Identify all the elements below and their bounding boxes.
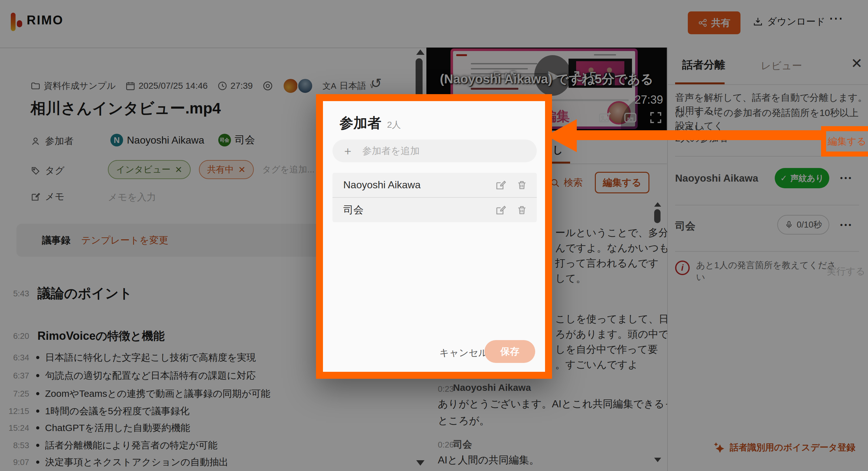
participant-row: 司会 (333, 197, 537, 222)
edit-participant-icon[interactable] (495, 179, 506, 191)
participant-row: Naoyoshi Aikawa (333, 173, 537, 197)
cancel-button[interactable]: キャンセル (439, 346, 488, 360)
participants-list: Naoyoshi Aikawa 司会 (333, 173, 537, 222)
delete-participant-icon[interactable] (517, 180, 527, 191)
annotation-highlight-box: 編集する (821, 126, 868, 157)
annotation-arrow-shaft (575, 130, 826, 140)
annotation-arrow-head (546, 119, 577, 152)
edit-participant-icon[interactable] (495, 204, 506, 216)
participants-modal: 参加者 2人 ＋ Naoyoshi Aikawa 司会 (316, 94, 552, 379)
modal-title: 参加者 (339, 114, 381, 133)
edit-participants-link[interactable]: 編集する (828, 135, 866, 148)
add-participant-input[interactable] (362, 145, 515, 157)
plus-icon: ＋ (342, 143, 353, 159)
save-button[interactable]: 保存 (485, 340, 535, 363)
participants-count: 2人 (387, 119, 401, 131)
add-participant-field[interactable]: ＋ (333, 139, 537, 162)
modal-title-row: 参加者 2人 (339, 114, 401, 133)
delete-participant-icon[interactable] (517, 205, 527, 215)
